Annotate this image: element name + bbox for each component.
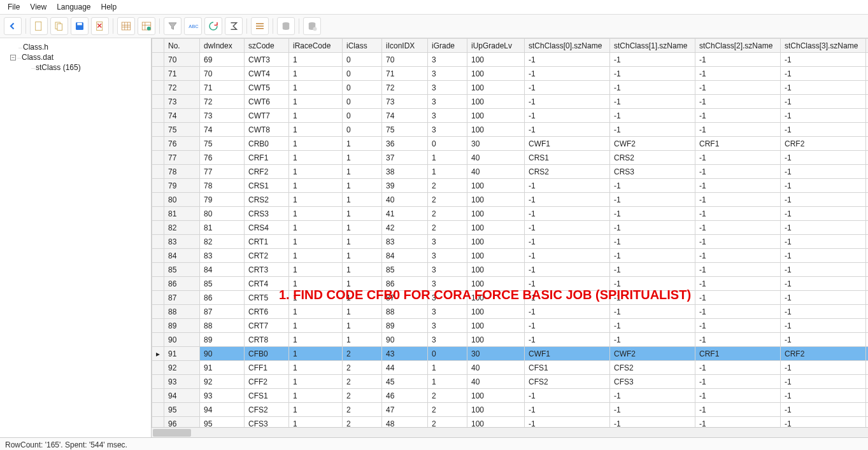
cell[interactable]: 1 xyxy=(343,193,382,207)
cell[interactable]: CRF1 xyxy=(245,151,289,165)
cell[interactable]: 1 xyxy=(289,249,343,263)
cell[interactable]: CFS2 xyxy=(610,361,695,375)
cell[interactable]: 1 xyxy=(289,277,343,291)
cell[interactable]: -1 xyxy=(781,67,866,81)
row-number[interactable]: 80 xyxy=(164,193,200,207)
cell[interactable]: -1 xyxy=(781,207,866,221)
tree-toggle-icon[interactable]: − xyxy=(10,55,16,60)
cell[interactable]: 100 xyxy=(467,277,525,291)
cell[interactable]: 78 xyxy=(200,179,245,193)
cell[interactable]: 2 xyxy=(428,207,467,221)
cell[interactable]: -1 xyxy=(695,207,781,221)
cell[interactable]: CRF1 xyxy=(695,137,781,151)
back-button[interactable] xyxy=(4,17,22,35)
cell[interactable]: 1 xyxy=(343,291,382,305)
cell[interactable]: 1 xyxy=(428,165,467,179)
cell[interactable]: -1 xyxy=(781,165,866,179)
cell[interactable]: 40 xyxy=(467,375,525,389)
cell[interactable]: 1 xyxy=(343,305,382,319)
cell[interactable]: -1 xyxy=(695,249,781,263)
cell[interactable]: -1 xyxy=(610,403,695,417)
cell[interactable]: CFS3 xyxy=(610,375,695,389)
cell[interactable]: -1 xyxy=(525,123,610,137)
cell[interactable]: 1 xyxy=(289,81,343,95)
lines-button[interactable] xyxy=(251,17,269,35)
cell[interactable]: CRF2 xyxy=(245,165,289,179)
cell[interactable]: -1 xyxy=(695,165,781,179)
column-header[interactable]: stChClass[3].szName xyxy=(781,39,866,53)
cell[interactable]: CFS1 xyxy=(245,389,289,403)
cell[interactable]: -1 xyxy=(525,319,610,333)
cell[interactable]: CWT5 xyxy=(245,81,289,95)
cell[interactable]: - xyxy=(866,123,869,137)
cell[interactable]: 100 xyxy=(467,417,525,428)
cell[interactable]: 1 xyxy=(289,263,343,277)
horizontal-scrollbar[interactable] xyxy=(152,427,868,437)
cell[interactable]: 90 xyxy=(382,333,428,347)
cell[interactable]: CFF2 xyxy=(245,375,289,389)
cell[interactable]: 1 xyxy=(343,179,382,193)
text-filter-button[interactable]: ABC xyxy=(184,17,202,35)
cell[interactable]: 1 xyxy=(289,361,343,375)
table-row[interactable]: 7675CRB01136030CWF1CWF2CRF1CRF2C xyxy=(152,137,869,151)
cell[interactable]: -1 xyxy=(610,221,695,235)
cell[interactable]: -1 xyxy=(525,417,610,428)
cell[interactable]: -1 xyxy=(781,151,866,165)
cell[interactable]: 2 xyxy=(428,179,467,193)
cell[interactable]: 2 xyxy=(343,361,382,375)
cell[interactable]: -1 xyxy=(610,291,695,305)
cell[interactable]: 79 xyxy=(200,193,245,207)
cell[interactable]: 1 xyxy=(343,333,382,347)
cell[interactable]: -1 xyxy=(610,95,695,109)
table-row[interactable]: 7776CRF11137140CRS1CRS2-1-1- xyxy=(152,151,869,165)
cell[interactable]: - xyxy=(866,263,869,277)
cell[interactable]: CRS2 xyxy=(610,151,695,165)
tree-node[interactable]: ⋯ Class.h xyxy=(3,42,148,52)
cell[interactable]: CRT3 xyxy=(245,263,289,277)
table-row[interactable]: 8382CRT111833100-1-1-1-1- xyxy=(152,235,869,249)
cell[interactable]: CFF1 xyxy=(245,361,289,375)
row-number[interactable]: 95 xyxy=(164,403,200,417)
cell[interactable]: 80 xyxy=(200,207,245,221)
cell[interactable]: CRS2 xyxy=(245,193,289,207)
column-header[interactable]: s xyxy=(866,39,869,53)
column-header[interactable]: iUpGradeLv xyxy=(467,39,525,53)
cell[interactable]: 46 xyxy=(382,389,428,403)
cell[interactable]: 75 xyxy=(382,123,428,137)
cell[interactable]: 3 xyxy=(428,263,467,277)
cell[interactable]: 87 xyxy=(200,305,245,319)
cell[interactable]: -1 xyxy=(525,221,610,235)
cell[interactable]: 95 xyxy=(200,417,245,428)
cell[interactable]: 3 xyxy=(428,109,467,123)
cell[interactable]: 40 xyxy=(382,193,428,207)
cell[interactable]: 1 xyxy=(289,305,343,319)
cell[interactable]: -1 xyxy=(781,109,866,123)
cell[interactable]: 100 xyxy=(467,81,525,95)
cell[interactable]: 2 xyxy=(428,417,467,428)
cell[interactable]: -1 xyxy=(695,403,781,417)
sigma-button[interactable] xyxy=(225,17,243,35)
cell[interactable]: 100 xyxy=(467,249,525,263)
row-number[interactable]: 91 xyxy=(164,347,200,361)
cell[interactable]: 1 xyxy=(343,319,382,333)
cell[interactable]: 3 xyxy=(428,319,467,333)
db1-button[interactable] xyxy=(277,17,295,35)
cell[interactable]: - xyxy=(866,389,869,403)
table-row[interactable]: 8988CRT711893100-1-1-1-1- xyxy=(152,319,869,333)
cell[interactable]: 100 xyxy=(467,305,525,319)
cell[interactable]: 1 xyxy=(289,151,343,165)
cell[interactable]: -1 xyxy=(610,319,695,333)
table-row[interactable]: 7271CWT510723100-1-1-1-1- xyxy=(152,81,869,95)
cell[interactable]: -1 xyxy=(695,305,781,319)
cell[interactable]: 70 xyxy=(382,53,428,67)
row-number[interactable]: 89 xyxy=(164,319,200,333)
menu-view[interactable]: View xyxy=(30,3,46,11)
cell[interactable]: -1 xyxy=(610,179,695,193)
cell[interactable]: -1 xyxy=(781,403,866,417)
cell[interactable]: 84 xyxy=(200,263,245,277)
cell[interactable]: 2 xyxy=(428,403,467,417)
cell[interactable]: CRS3 xyxy=(610,165,695,179)
dup-doc-button[interactable] xyxy=(50,17,68,35)
cell[interactable]: 88 xyxy=(200,319,245,333)
cell[interactable]: -1 xyxy=(525,277,610,291)
